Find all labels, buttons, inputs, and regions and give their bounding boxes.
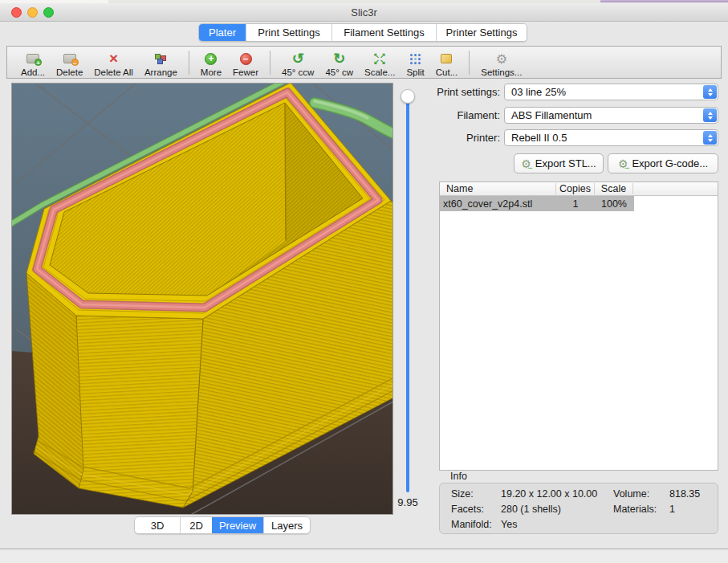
cut-button[interactable]: Cut... xyxy=(430,47,463,78)
add-button[interactable]: + Add... xyxy=(15,47,51,78)
delete-icon: – xyxy=(63,51,76,67)
print-settings-label: Print settings: xyxy=(424,84,500,100)
table-row[interactable]: xt60_cover_v2p4.stl 1 100% xyxy=(440,196,718,211)
cell-scale: 100% xyxy=(595,198,633,210)
stepper-icon xyxy=(703,131,717,145)
rotate-cw-label: 45° cw xyxy=(325,67,353,78)
toolbar-separator xyxy=(469,51,470,75)
layer-slider-track[interactable] xyxy=(406,97,409,492)
view-tab-bar: 3D 2D Preview Layers xyxy=(134,516,311,534)
background-window-strip xyxy=(600,0,728,2)
column-copies[interactable]: Copies xyxy=(556,183,595,194)
scale-label: Scale... xyxy=(364,67,395,78)
facets-label: Facets: xyxy=(451,504,501,516)
export-gcode-button[interactable]: ⚙→ Export G-code... xyxy=(608,153,718,173)
tab-layers[interactable]: Layers xyxy=(263,517,310,533)
tab-print-settings[interactable]: Print Settings xyxy=(246,24,331,41)
printer-value: Rebell II 0.5 xyxy=(511,132,567,144)
split-label: Split xyxy=(406,67,424,78)
slic3r-window: Slic3r Plater Print Settings Filament Se… xyxy=(0,0,728,563)
more-icon: + xyxy=(205,51,217,67)
export-gear-icon: ⚙→ xyxy=(618,158,628,169)
rotate-cw-button[interactable]: ↻ 45° cw xyxy=(319,47,359,78)
rotate-ccw-button[interactable]: ↺ 45° ccw xyxy=(276,47,319,78)
settings-label: Settings... xyxy=(481,67,522,78)
export-stl-label: Export STL... xyxy=(535,157,596,169)
arrange-icon xyxy=(154,51,168,67)
statusbar xyxy=(0,549,728,563)
tab-preview[interactable]: Preview xyxy=(212,517,263,533)
filament-value: ABS Fillamentum xyxy=(511,109,592,121)
volume-label: Volume: xyxy=(613,488,669,500)
layer-slider-value: 9.95 xyxy=(392,496,424,508)
object-list-header: Name Copies Scale xyxy=(440,182,718,196)
rotate-ccw-label: 45° ccw xyxy=(282,67,314,78)
cut-icon xyxy=(441,51,452,67)
column-name[interactable]: Name xyxy=(440,183,556,194)
printer-select[interactable]: Rebell II 0.5 xyxy=(504,129,718,146)
main-tab-bar: Plater Print Settings Filament Settings … xyxy=(198,23,527,42)
layer-slider-thumb[interactable] xyxy=(401,89,415,104)
split-icon xyxy=(409,51,421,67)
rotate-ccw-icon: ↺ xyxy=(292,51,304,67)
export-gcode-label: Export G-code... xyxy=(632,157,708,169)
delete-all-icon: × xyxy=(109,51,118,67)
fewer-label: Fewer xyxy=(233,67,258,78)
arrange-label: Arrange xyxy=(144,67,177,78)
scale-button[interactable]: ↖↗↙↘ Scale... xyxy=(359,47,401,78)
toolbar-separator xyxy=(270,51,270,75)
manifold-label: Manifold: xyxy=(451,519,501,531)
rotate-cw-icon: ↻ xyxy=(333,51,345,67)
materials-value: 1 xyxy=(669,504,718,516)
info-box: Size: 19.20 x 12.00 x 10.00 Volume: 818.… xyxy=(439,483,718,534)
cell-copies: 1 xyxy=(556,198,595,210)
plater-toolbar: + Add... – Delete × Delete All Arrange +… xyxy=(6,46,722,79)
add-label: Add... xyxy=(21,67,45,78)
gear-icon: ⚙ xyxy=(496,51,507,67)
info-section-title: Info xyxy=(450,471,467,482)
fewer-button[interactable]: – Fewer xyxy=(227,47,264,78)
volume-value: 818.35 xyxy=(669,488,718,500)
delete-all-button[interactable]: × Delete All xyxy=(88,47,139,78)
stepper-icon xyxy=(703,85,717,99)
titlebar: Slic3r xyxy=(0,3,728,22)
print-settings-value: 03 line 25% xyxy=(511,86,566,98)
delete-all-label: Delete All xyxy=(94,67,133,78)
toolbar-separator xyxy=(189,51,189,75)
stepper-icon xyxy=(703,108,717,122)
window-title: Slic3r xyxy=(0,3,728,22)
more-label: More xyxy=(201,67,222,78)
manifold-value: Yes xyxy=(501,519,613,531)
scale-icon: ↖↗↙↘ xyxy=(373,51,386,67)
tab-plater[interactable]: Plater xyxy=(199,24,246,41)
print-settings-select[interactable]: 03 line 25% xyxy=(504,84,718,100)
filament-select[interactable]: ABS Fillamentum xyxy=(504,107,718,124)
object-list: Name Copies Scale xt60_cover_v2p4.stl 1 … xyxy=(439,182,718,471)
filament-label: Filament: xyxy=(424,107,500,124)
printer-label: Printer: xyxy=(424,129,500,146)
split-button[interactable]: Split xyxy=(401,47,429,78)
tab-filament-settings[interactable]: Filament Settings xyxy=(331,24,436,41)
3d-preview-canvas[interactable] xyxy=(11,83,393,515)
export-stl-button[interactable]: ⚙→ Export STL... xyxy=(514,153,604,173)
materials-label: Materials: xyxy=(613,504,669,516)
tab-printer-settings[interactable]: Printer Settings xyxy=(436,24,527,41)
delete-label: Delete xyxy=(56,67,83,78)
tab-3d[interactable]: 3D xyxy=(135,517,180,533)
arrange-button[interactable]: Arrange xyxy=(139,47,183,78)
add-icon: + xyxy=(26,51,39,67)
cell-name: xt60_cover_v2p4.stl xyxy=(440,198,556,210)
more-button[interactable]: + More xyxy=(195,47,227,78)
settings-button[interactable]: ⚙ Settings... xyxy=(475,47,527,78)
column-scale[interactable]: Scale xyxy=(595,183,633,194)
fewer-icon: – xyxy=(240,51,252,67)
facets-value: 280 (1 shells) xyxy=(501,504,613,516)
cut-label: Cut... xyxy=(436,67,458,78)
gcode-preview-scene xyxy=(11,83,393,515)
tab-2d[interactable]: 2D xyxy=(180,517,212,533)
delete-button[interactable]: – Delete xyxy=(51,47,88,78)
size-value: 19.20 x 12.00 x 10.00 xyxy=(501,488,613,500)
size-label: Size: xyxy=(451,488,501,500)
export-gear-icon: ⚙→ xyxy=(521,158,531,169)
